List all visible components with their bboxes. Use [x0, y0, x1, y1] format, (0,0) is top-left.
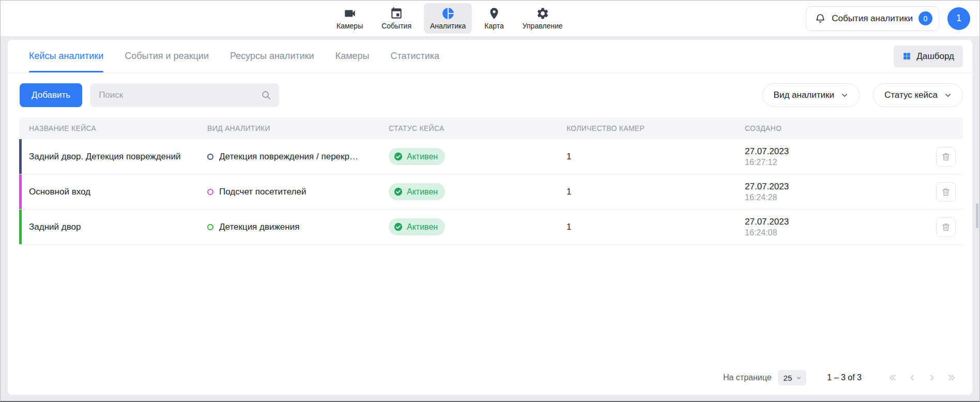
avatar[interactable]: 1: [947, 7, 970, 30]
case-name: Задний двор: [19, 222, 197, 232]
search-field: [90, 83, 279, 107]
dashboard-button[interactable]: Дашборд: [894, 46, 963, 67]
previous-page-button[interactable]: [905, 370, 920, 385]
trash-icon: [941, 187, 951, 197]
check-circle-icon: [394, 187, 403, 196]
top-bar-right: События аналитики 0 1: [806, 6, 970, 31]
pager-buttons: [885, 370, 959, 385]
camera-count: 1: [557, 152, 735, 162]
pagination: На странице 25 1 – 3 of 3: [8, 363, 972, 395]
column-header: ВИД АНАЛИТИКИ: [197, 124, 379, 132]
created-date: 27.07.2023: [745, 182, 789, 192]
camera-count: 1: [557, 187, 735, 197]
status-badge: Активен: [389, 148, 445, 165]
column-header: НАЗВАНИЕ КЕЙСА: [19, 124, 197, 132]
table-row[interactable]: Задний дворДетекция движенияАктивен127.0…: [19, 210, 963, 245]
analytics-events-button[interactable]: События аналитики 0: [806, 6, 939, 31]
filter-analytics-type[interactable]: Вид аналитики: [762, 83, 860, 107]
map-pin-icon: [487, 7, 501, 20]
trash-icon: [941, 222, 951, 232]
chevron-right-icon: [927, 373, 937, 383]
per-page-select[interactable]: 25: [778, 370, 807, 385]
nav-item-cameras[interactable]: Камеры: [330, 3, 369, 34]
created-cell: 27.07.202316:24:28: [735, 182, 923, 202]
created-cell: 27.07.202316:27:12: [735, 146, 923, 167]
case-name: Задний двор. Детекция повреждений: [19, 152, 197, 162]
main-nav: КамерыСобытияАналитикаКартаУправление: [330, 3, 569, 34]
next-page-button[interactable]: [925, 370, 939, 385]
filters: Вид аналитики Статус кейса: [762, 83, 963, 107]
status-badge: Активен: [389, 183, 445, 200]
row-accent-bar: [19, 210, 22, 244]
chevron-down-icon: [795, 375, 802, 381]
events-icon: [390, 7, 403, 20]
analytics-type-icon: [207, 224, 213, 230]
pie-chart-icon: [441, 7, 455, 20]
created-cell: 27.07.202316:24:08: [735, 217, 923, 237]
row-actions: [923, 182, 963, 202]
chevron-down-icon: [943, 91, 953, 100]
trash-icon: [941, 152, 951, 162]
delete-button[interactable]: [936, 182, 956, 202]
scrollbar-thumb[interactable]: [976, 203, 978, 228]
per-page-label: На странице: [723, 373, 772, 382]
nav-item-label: Аналитика: [430, 22, 466, 30]
case-status: Активен: [379, 148, 557, 165]
check-circle-icon: [394, 222, 403, 231]
search-icon: [261, 90, 272, 101]
analytics-events-label: События аналитики: [832, 13, 913, 24]
tab-events-reactions[interactable]: События и реакции: [125, 40, 209, 72]
analytics-cases-panel: Кейсы аналитикиСобытия и реакцииРесурсы …: [8, 40, 972, 395]
created-time: 16:24:08: [745, 228, 777, 237]
nav-item-analytics[interactable]: Аналитика: [424, 3, 472, 34]
delete-button[interactable]: [936, 217, 956, 237]
case-status: Активен: [379, 218, 557, 235]
dashboard-grid-icon: [902, 52, 911, 61]
column-header: СТАТУС КЕЙСА: [379, 124, 557, 132]
case-name: Основной вход: [19, 187, 197, 197]
double-chevron-left-icon: [887, 373, 898, 383]
case-status: Активен: [379, 183, 557, 200]
tab-analytics-resources[interactable]: Ресурсы аналитики: [230, 40, 314, 72]
nav-item-events[interactable]: События: [375, 3, 418, 34]
tab-analytics-cases[interactable]: Кейсы аналитики: [29, 40, 103, 72]
bell-icon: [815, 13, 826, 24]
table-row[interactable]: Основной входПодсчет посетителейАктивен1…: [19, 174, 963, 210]
gear-icon: [536, 7, 549, 20]
per-page-value: 25: [784, 374, 792, 382]
pagination-range: 1 – 3 of 3: [827, 373, 862, 382]
created-date: 27.07.2023: [745, 217, 789, 227]
nav-item-label: Камеры: [336, 22, 363, 30]
nav-item-label: События: [381, 22, 411, 30]
table-header-row: НАЗВАНИЕ КЕЙСАВИД АНАЛИТИКИСТАТУС КЕЙСАК…: [19, 117, 963, 139]
toolbar: Добавить Вид аналитики Статус кейса: [8, 73, 972, 116]
analytics-type-icon: [207, 189, 213, 195]
created-date: 27.07.2023: [745, 146, 789, 157]
nav-item-map[interactable]: Карта: [478, 3, 510, 34]
delete-button[interactable]: [936, 147, 956, 167]
camera-count: 1: [557, 222, 735, 232]
first-page-button[interactable]: [885, 370, 900, 385]
filter-case-status[interactable]: Статус кейса: [873, 83, 963, 107]
row-actions: [923, 217, 963, 237]
add-button[interactable]: Добавить: [20, 83, 82, 107]
table-body: Задний двор. Детекция поврежденийДетекци…: [19, 139, 963, 245]
filter-analytics-type-label: Вид аналитики: [774, 90, 834, 100]
tabs: Кейсы аналитикиСобытия и реакцииРесурсы …: [29, 40, 439, 72]
analytics-type-icon: [207, 154, 213, 160]
search-input[interactable]: [90, 83, 279, 107]
analytics-type: Детекция повреждения / перекр…: [197, 152, 379, 162]
created-time: 16:27:12: [745, 158, 777, 167]
row-accent-bar: [19, 174, 22, 209]
analytics-type: Детекция движения: [197, 222, 379, 232]
nav-item-management[interactable]: Управление: [516, 3, 569, 34]
last-page-button[interactable]: [944, 370, 959, 385]
tabs-row: Кейсы аналитикиСобытия и реакцииРесурсы …: [8, 40, 972, 73]
table-row[interactable]: Задний двор. Детекция поврежденийДетекци…: [19, 139, 963, 174]
top-bar: КамерыСобытияАналитикаКартаУправление Со…: [1, 1, 979, 37]
column-header: КОЛИЧЕСТВО КАМЕР: [557, 124, 735, 132]
tab-statistics[interactable]: Статистика: [391, 40, 440, 72]
tab-cameras[interactable]: Камеры: [335, 40, 370, 72]
chevron-down-icon: [840, 91, 849, 100]
double-chevron-right-icon: [946, 373, 957, 383]
